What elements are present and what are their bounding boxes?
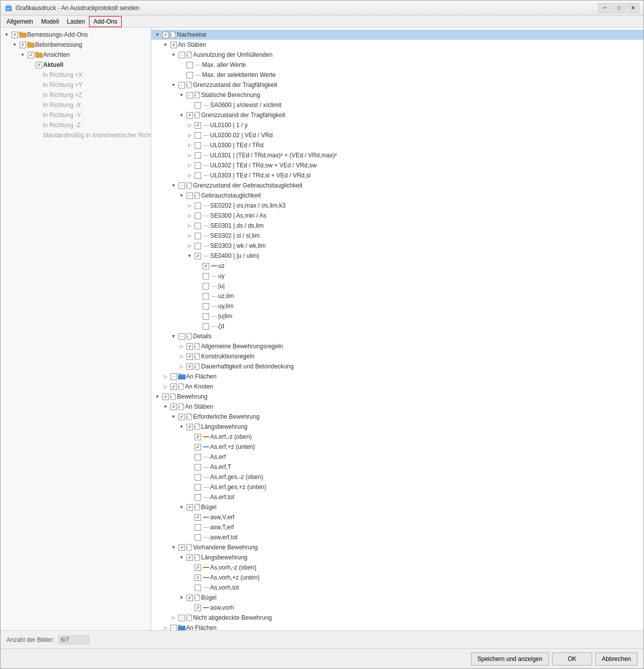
checkbox[interactable]: [187, 343, 193, 350]
expand-icon[interactable]: ▷: [161, 372, 169, 380]
close-button[interactable]: ✕: [626, 3, 639, 13]
list-item[interactable]: ▷ |u|lim: [151, 311, 643, 321]
cancel-button[interactable]: Abbrechen: [595, 652, 637, 665]
list-item[interactable]: ▷ In Richtung -Y: [1, 110, 151, 120]
checkbox[interactable]: [203, 263, 209, 269]
list-item[interactable]: ▷ uz,lim: [151, 291, 643, 301]
checkbox[interactable]: [187, 554, 193, 561]
expand-icon[interactable]: ▷: [186, 171, 194, 179]
list-item[interactable]: ▼ An Stäben: [151, 40, 643, 50]
checkbox[interactable]: [195, 152, 201, 159]
list-item[interactable]: ▼ Σ Grenzzustand der Gebrauchstauglichke…: [151, 180, 643, 190]
expand-icon[interactable]: ▷: [186, 121, 194, 129]
checkbox[interactable]: [203, 313, 209, 320]
ok-button[interactable]: OK: [552, 652, 592, 665]
expand-icon[interactable]: ▼: [3, 31, 11, 39]
checkbox[interactable]: [170, 404, 177, 410]
checkbox[interactable]: [170, 42, 177, 48]
expand-icon[interactable]: ▷: [186, 242, 194, 250]
checkbox[interactable]: [203, 273, 209, 279]
checkbox[interactable]: [195, 524, 201, 531]
expand-icon[interactable]: ▷: [186, 131, 194, 139]
expand-icon[interactable]: ▷: [186, 151, 194, 159]
menu-lasten[interactable]: Lasten: [63, 16, 89, 27]
list-item[interactable]: ▼ Σ Nachweise: [151, 30, 643, 40]
list-item[interactable]: ▷ SE0301 | ds / ds,lim: [151, 221, 643, 231]
expand-icon[interactable]: ▼: [169, 51, 177, 59]
list-item[interactable]: ▷ uy,lim: [151, 301, 643, 311]
checkbox[interactable]: [170, 373, 177, 380]
expand-icon[interactable]: ▷: [186, 232, 194, 240]
expand-icon[interactable]: ▼: [177, 192, 186, 200]
checkbox[interactable]: [162, 32, 169, 38]
list-item[interactable]: ▷ uz: [151, 261, 643, 271]
checkbox[interactable]: [195, 243, 201, 249]
list-item[interactable]: ▷ As,erf,tot: [151, 492, 643, 502]
list-item[interactable]: ▼ Σ Längsbewehrung: [151, 422, 643, 432]
list-item[interactable]: ▼ Σ Längsbewehrung: [151, 552, 643, 562]
checkbox[interactable]: [203, 323, 209, 330]
list-item[interactable]: ▷ UL0302 | TEd / TRd,sw + VEd / VRd,sw: [151, 160, 643, 170]
checkbox[interactable]: [178, 52, 185, 58]
list-item[interactable]: ▷ |u|: [151, 281, 643, 291]
checkbox[interactable]: [187, 92, 193, 99]
checkbox[interactable]: [203, 283, 209, 290]
list-item[interactable]: ▷ asw,V,erf: [151, 512, 643, 522]
expand-icon[interactable]: ▼: [177, 553, 186, 561]
list-item[interactable]: ▼ SE0400 | |u / ulim|: [151, 251, 643, 261]
checkbox[interactable]: [195, 142, 201, 149]
checkbox[interactable]: [12, 32, 18, 38]
expand-icon[interactable]: ▼: [19, 51, 27, 59]
expand-icon[interactable]: ▼: [161, 403, 169, 411]
list-item[interactable]: ▼ Σ Grenzzustand der Tragfähigkeit: [151, 80, 643, 90]
expand-icon[interactable]: ▷: [169, 614, 177, 622]
list-item[interactable]: ▼ Betonbemessung: [1, 40, 151, 50]
list-item[interactable]: ▷ As,erf,ges,-z (oben): [151, 472, 643, 482]
list-item[interactable]: ▷ ζd: [151, 321, 643, 331]
expand-icon[interactable]: ▼: [153, 393, 161, 401]
list-item[interactable]: ▷ As,vorh,-z (oben): [151, 562, 643, 572]
checkbox[interactable]: [178, 82, 185, 88]
menu-addons[interactable]: Add-Ons: [89, 16, 122, 27]
list-item[interactable]: ▷ As,erf,+z (unten): [151, 442, 643, 452]
expand-icon[interactable]: ▷: [177, 362, 186, 370]
list-item[interactable]: ▼ Σ Statische Berechnung: [151, 90, 643, 100]
checkbox[interactable]: [195, 223, 201, 229]
expand-icon[interactable]: ▷: [177, 342, 186, 350]
checkbox[interactable]: [187, 424, 193, 430]
list-item[interactable]: ▷ SE0302 | sl / sl,lim: [151, 231, 643, 241]
menu-allgemein[interactable]: Allgemein: [3, 16, 37, 27]
checkbox[interactable]: [195, 585, 201, 591]
expand-icon[interactable]: ▼: [169, 413, 177, 421]
list-item[interactable]: ▷ As,erf,ges,+z (unten): [151, 482, 643, 492]
list-item[interactable]: ▷ Σ Konstruktionsregeln: [151, 351, 643, 361]
list-item[interactable]: ▷ UL0300 | TEd / TRd: [151, 140, 643, 150]
expand-icon[interactable]: ▷: [186, 161, 194, 169]
list-item[interactable]: ▷ An Flächen: [151, 623, 643, 630]
expand-icon[interactable]: ▼: [177, 423, 186, 431]
expand-icon[interactable]: ▷: [161, 383, 169, 391]
checkbox[interactable]: [170, 625, 177, 631]
expand-icon[interactable]: ▷: [177, 352, 186, 360]
list-item[interactable]: ▷ UL0303 | TEd / TRd,sl + VEd / VRd,sl: [151, 170, 643, 180]
list-item[interactable]: ▷ Σ Dauerhaftigkeit und Betondeckung: [151, 361, 643, 371]
list-item[interactable]: ▷ Σ Allgemeine Bewehrungsregeln: [151, 341, 643, 351]
checkbox[interactable]: [195, 464, 201, 470]
checkbox[interactable]: [20, 42, 26, 48]
checkbox[interactable]: [187, 504, 193, 511]
menu-modell[interactable]: Modell: [37, 16, 63, 27]
checkbox[interactable]: [195, 534, 201, 541]
list-item[interactable]: ▷ SE0300 | As,min / As: [151, 211, 643, 221]
checkbox[interactable]: [178, 182, 185, 189]
checkbox[interactable]: [195, 605, 201, 611]
checkbox[interactable]: [170, 384, 177, 390]
checkbox[interactable]: [195, 514, 201, 521]
list-item[interactable]: ▷ In Richtung -Z: [1, 120, 151, 130]
list-item[interactable]: ▼ Σ Bügel: [151, 593, 643, 603]
expand-icon[interactable]: ▷: [186, 222, 194, 230]
list-item[interactable]: ▷ SE0202 | σs,max / σs,lim,k3: [151, 201, 643, 211]
checkbox[interactable]: [195, 162, 201, 169]
list-item[interactable]: ▷ Aktuell: [1, 60, 151, 70]
checkbox[interactable]: [195, 172, 201, 179]
checkbox[interactable]: [187, 363, 193, 370]
